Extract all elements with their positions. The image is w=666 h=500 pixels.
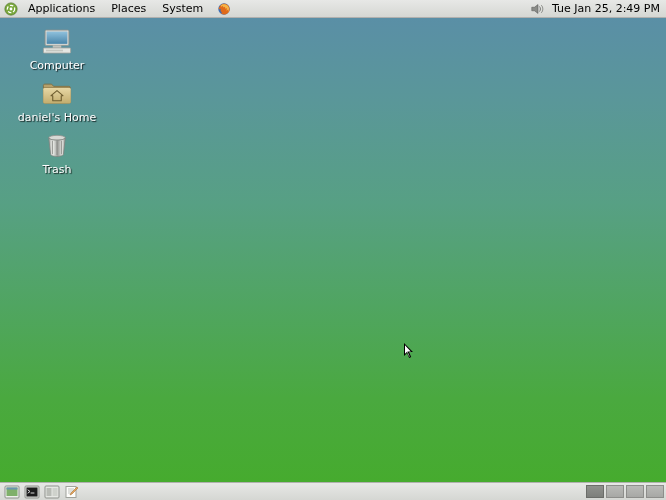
top-panel-right: Tue Jan 25, 2:49 PM <box>530 0 666 17</box>
svg-rect-19 <box>47 488 52 496</box>
trash-icon <box>40 132 74 160</box>
menu-system[interactable]: System <box>154 0 211 17</box>
file-manager-launcher-icon[interactable] <box>44 485 60 499</box>
desktop-icon-computer-label: Computer <box>17 59 97 72</box>
desktop-background[interactable]: Computer daniel's Home <box>0 18 666 482</box>
svg-rect-21 <box>66 486 76 497</box>
menu-applications[interactable]: Applications <box>20 0 103 17</box>
desktop-icon-trash[interactable]: Trash <box>17 132 97 176</box>
mouse-cursor <box>404 343 416 361</box>
firefox-launcher-icon[interactable] <box>217 2 231 16</box>
workspace-3[interactable] <box>626 485 644 498</box>
desktop-icon-trash-label: Trash <box>17 163 97 176</box>
distributor-logo-icon[interactable] <box>4 2 18 16</box>
desktop-icon-home[interactable]: daniel's Home <box>17 80 97 124</box>
panel-clock[interactable]: Tue Jan 25, 2:49 PM <box>552 2 660 15</box>
menu-places[interactable]: Places <box>103 0 154 17</box>
menu-system-label: System <box>162 2 203 15</box>
svg-point-2 <box>10 7 13 10</box>
computer-icon <box>40 28 74 56</box>
svg-rect-9 <box>46 50 63 52</box>
volume-icon[interactable] <box>530 2 546 16</box>
desktop-icon-home-label: daniel's Home <box>17 111 97 124</box>
svg-rect-6 <box>47 32 67 44</box>
workspace-4[interactable] <box>646 485 664 498</box>
svg-rect-15 <box>7 487 18 489</box>
bottom-panel-left <box>0 483 80 500</box>
bottom-panel <box>0 482 666 500</box>
menu-places-label: Places <box>111 2 146 15</box>
home-folder-icon <box>40 80 74 108</box>
text-editor-launcher-icon[interactable] <box>64 485 80 499</box>
top-panel: Applications Places System Tue Jan 25, 2… <box>0 0 666 18</box>
top-panel-left: Applications Places System <box>0 0 231 17</box>
terminal-launcher-icon[interactable] <box>24 485 40 499</box>
svg-rect-17 <box>27 487 38 496</box>
workspace-1[interactable] <box>586 485 604 498</box>
workspace-2[interactable] <box>606 485 624 498</box>
desktop-icon-computer[interactable]: Computer <box>17 28 97 72</box>
svg-rect-20 <box>53 488 58 496</box>
workspace-switcher <box>586 483 666 500</box>
show-desktop-button[interactable] <box>4 485 20 499</box>
menu-applications-label: Applications <box>28 2 95 15</box>
